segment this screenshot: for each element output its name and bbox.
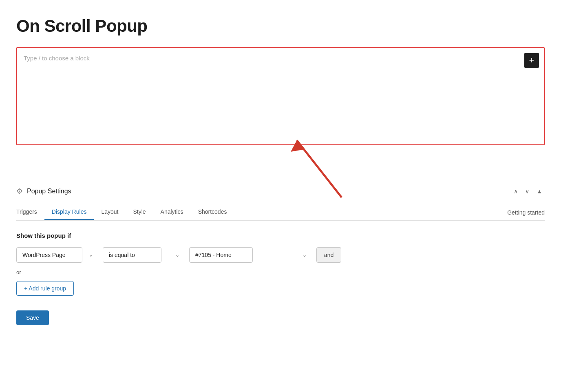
- tabs-bar: Triggers Display Rules Layout Style Anal…: [16, 204, 545, 221]
- collapse-down-button[interactable]: ∨: [523, 186, 532, 196]
- and-badge: and: [316, 247, 341, 263]
- show-popup-label: Show this popup if: [16, 232, 545, 239]
- tab-style[interactable]: Style: [126, 204, 153, 220]
- save-button[interactable]: Save: [16, 310, 49, 325]
- tab-layout[interactable]: Layout: [94, 204, 126, 220]
- rule-row: WordPress Page URL Post Type ⌄ is equal …: [16, 247, 545, 263]
- block-editor-area: Type / to choose a block +: [16, 47, 545, 145]
- collapse-up-button[interactable]: ∧: [511, 186, 520, 196]
- tab-triggers[interactable]: Triggers: [16, 204, 44, 220]
- gear-icon: ⚙: [16, 187, 23, 196]
- popup-settings-section: ⚙ Popup Settings ∧ ∨ ▲ Triggers Display …: [16, 178, 545, 325]
- tab-shortcodes[interactable]: Shortcodes: [191, 204, 234, 220]
- getting-started-link[interactable]: Getting started: [507, 205, 545, 220]
- tab-analytics[interactable]: Analytics: [153, 204, 191, 220]
- move-up-button[interactable]: ▲: [534, 186, 545, 196]
- condition-value-chevron: ⌄: [303, 252, 307, 258]
- settings-title-group: ⚙ Popup Settings: [16, 187, 71, 196]
- settings-title: Popup Settings: [27, 188, 71, 195]
- settings-header: ⚙ Popup Settings ∧ ∨ ▲: [16, 186, 545, 196]
- condition-operator-chevron: ⌄: [175, 252, 179, 258]
- or-label: or: [16, 269, 545, 275]
- add-rule-group-button[interactable]: + Add rule group: [16, 281, 74, 296]
- condition-value-select[interactable]: #7105 - Home #7106 - About #7107 - Conta…: [189, 247, 253, 263]
- condition-type-select[interactable]: WordPress Page URL Post Type: [16, 247, 82, 263]
- tab-display-rules[interactable]: Display Rules: [44, 204, 94, 220]
- condition-type-wrapper: WordPress Page URL Post Type ⌄: [16, 247, 98, 263]
- condition-type-chevron: ⌄: [89, 252, 93, 258]
- svg-marker-1: [291, 140, 305, 152]
- condition-value-wrapper: #7105 - Home #7106 - About #7107 - Conta…: [189, 247, 311, 263]
- condition-operator-wrapper: is equal to is not equal to contains ⌄: [103, 247, 184, 263]
- add-block-button[interactable]: +: [524, 53, 539, 68]
- settings-controls: ∧ ∨ ▲: [511, 186, 545, 196]
- condition-operator-select[interactable]: is equal to is not equal to contains: [103, 247, 161, 263]
- block-editor-placeholder: Type / to choose a block: [24, 53, 90, 63]
- display-rules-content: Show this popup if WordPress Page URL Po…: [16, 232, 545, 296]
- page-title: On Scroll Popup: [16, 16, 545, 36]
